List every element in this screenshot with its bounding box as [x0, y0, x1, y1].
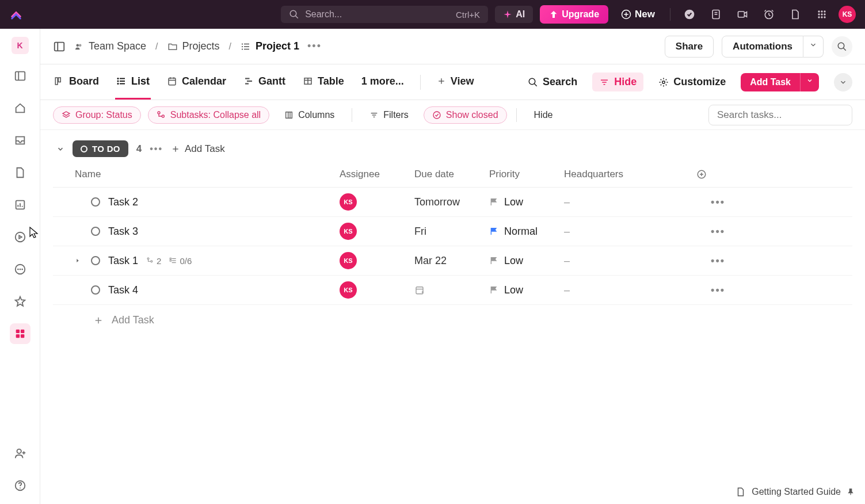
- upgrade-button[interactable]: Upgrade: [540, 5, 608, 24]
- view-search-button[interactable]: Search: [528, 76, 577, 88]
- hq-cell[interactable]: –: [564, 226, 696, 238]
- view-tab-board[interactable]: Board: [53, 65, 100, 100]
- due-date[interactable]: Fri: [414, 226, 489, 238]
- due-date[interactable]: [414, 285, 489, 295]
- add-task-row[interactable]: Add Task: [53, 305, 852, 326]
- invite-icon[interactable]: [10, 443, 31, 464]
- priority-cell[interactable]: Low: [489, 255, 564, 267]
- show-closed-pill[interactable]: Show closed: [424, 106, 507, 124]
- task-name[interactable]: Task 4: [108, 284, 138, 296]
- automations-dropdown[interactable]: [803, 36, 824, 58]
- priority-cell[interactable]: Low: [489, 284, 564, 296]
- app-logo[interactable]: [9, 7, 23, 21]
- record-icon[interactable]: [733, 5, 752, 24]
- checklist-count[interactable]: 0/6: [169, 256, 192, 266]
- view-tab-more[interactable]: 1 more...: [360, 65, 405, 100]
- group-menu[interactable]: •••: [150, 144, 163, 154]
- assignee-avatar[interactable]: KS: [340, 281, 357, 299]
- filters-pill[interactable]: Filters: [361, 107, 417, 123]
- workspace-avatar[interactable]: K: [12, 37, 29, 54]
- global-search[interactable]: Search... Ctrl+K: [281, 6, 488, 23]
- assignee-avatar[interactable]: KS: [340, 252, 357, 269]
- status-circle-icon[interactable]: [91, 227, 100, 236]
- task-name[interactable]: Task 2: [108, 196, 138, 208]
- column-header-name[interactable]: Name: [75, 169, 340, 180]
- help-icon[interactable]: [10, 475, 31, 496]
- group-add-task[interactable]: Add Task: [171, 143, 225, 155]
- group-pill[interactable]: Group: Status: [53, 106, 141, 124]
- hq-cell[interactable]: –: [564, 284, 696, 296]
- due-date[interactable]: Tomorrow: [414, 196, 489, 208]
- table-row[interactable]: Task 1 2 0/6 KS Mar 22: [53, 246, 852, 276]
- pin-icon[interactable]: [847, 487, 855, 497]
- columns-pill[interactable]: Columns: [276, 107, 342, 123]
- add-view-button[interactable]: View: [436, 65, 475, 100]
- getting-started-link[interactable]: Getting Started Guide: [752, 487, 841, 497]
- view-tab-list[interactable]: List: [115, 65, 151, 100]
- breadcrumb-list[interactable]: Project 1: [241, 40, 299, 52]
- collapse-views-button[interactable]: [834, 73, 852, 91]
- spaces-icon[interactable]: [10, 323, 31, 344]
- more-rail-icon[interactable]: [10, 259, 31, 280]
- pane-toggle-icon[interactable]: [53, 40, 66, 53]
- add-task-button[interactable]: Add Task: [741, 73, 800, 91]
- priority-cell[interactable]: Low: [489, 196, 564, 208]
- assignee-avatar[interactable]: KS: [340, 193, 357, 211]
- column-header-due[interactable]: Due date: [414, 169, 489, 180]
- home-icon[interactable]: [10, 98, 31, 119]
- task-name[interactable]: Task 3: [108, 226, 138, 238]
- task-search-input[interactable]: [708, 105, 852, 125]
- add-task-dropdown[interactable]: [800, 73, 819, 91]
- automations-button[interactable]: Automations: [722, 36, 803, 58]
- due-date[interactable]: Mar 22: [414, 255, 489, 267]
- customize-button[interactable]: Customize: [658, 76, 726, 88]
- status-chip[interactable]: TO DO: [73, 140, 128, 157]
- favorites-icon[interactable]: [10, 291, 31, 312]
- breadcrumb-menu[interactable]: •••: [307, 40, 322, 52]
- clips-icon[interactable]: [10, 227, 31, 247]
- view-tab-calendar[interactable]: Calendar: [166, 65, 227, 100]
- new-button[interactable]: New: [615, 5, 661, 24]
- dashboards-icon[interactable]: [10, 194, 31, 215]
- user-avatar[interactable]: KS: [839, 6, 856, 23]
- table-row[interactable]: Task 3 KS Fri Normal – •••: [53, 217, 852, 246]
- hq-cell[interactable]: –: [564, 255, 696, 267]
- table-row[interactable]: Task 4 KS Low – •••: [53, 276, 852, 305]
- column-header-hq[interactable]: Headquarters: [564, 169, 696, 180]
- table-row[interactable]: Task 2 KS Tomorrow Low – •••: [53, 188, 852, 217]
- share-button[interactable]: Share: [665, 36, 714, 58]
- task-name[interactable]: Task 1: [108, 255, 138, 267]
- apps-icon[interactable]: [812, 5, 832, 24]
- inbox-icon[interactable]: [10, 130, 31, 151]
- header-search-icon[interactable]: [832, 36, 852, 57]
- subtasks-pill[interactable]: Subtasks: Collapse all: [148, 106, 269, 124]
- breadcrumb-space[interactable]: Team Space: [74, 40, 146, 52]
- docs-icon[interactable]: [786, 5, 805, 24]
- sidebar-toggle-icon[interactable]: [10, 66, 31, 86]
- status-circle-icon[interactable]: [91, 256, 100, 265]
- notepad-icon[interactable]: [706, 5, 726, 24]
- expand-toggle[interactable]: [75, 258, 83, 264]
- status-circle-icon[interactable]: [91, 197, 100, 207]
- view-tab-table[interactable]: Table: [302, 65, 345, 100]
- filter-hide-button[interactable]: Hide: [526, 107, 561, 123]
- hide-button[interactable]: Hide: [592, 72, 643, 91]
- add-column-button[interactable]: [696, 169, 725, 180]
- status-circle-icon[interactable]: [91, 285, 100, 295]
- docs-rail-icon[interactable]: [10, 162, 31, 183]
- reminder-icon[interactable]: [759, 5, 779, 24]
- task-tray-icon[interactable]: [680, 5, 699, 24]
- breadcrumb-folder[interactable]: Projects: [167, 40, 220, 52]
- hq-cell[interactable]: –: [564, 196, 696, 208]
- ai-button[interactable]: AI: [495, 6, 533, 23]
- assignee-avatar[interactable]: KS: [340, 223, 357, 240]
- column-header-priority[interactable]: Priority: [489, 169, 564, 180]
- row-menu[interactable]: •••: [696, 255, 725, 267]
- row-menu[interactable]: •••: [696, 196, 725, 208]
- view-tab-gantt[interactable]: Gantt: [242, 65, 287, 100]
- group-collapse-toggle[interactable]: [56, 145, 64, 153]
- row-menu[interactable]: •••: [696, 284, 725, 296]
- column-header-assignee[interactable]: Assignee: [340, 169, 414, 180]
- priority-cell[interactable]: Normal: [489, 226, 564, 238]
- row-menu[interactable]: •••: [696, 226, 725, 238]
